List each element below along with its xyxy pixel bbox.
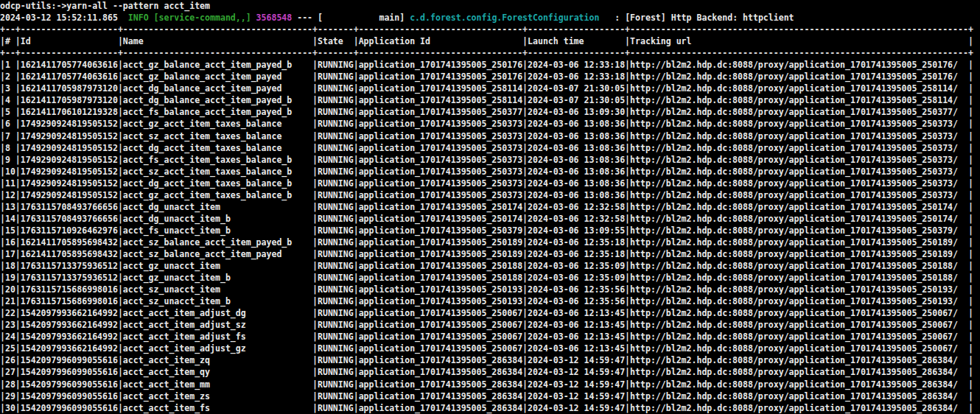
- log-segment-default: : [Forest] Http Backend: httpclient: [599, 13, 794, 23]
- table-row: |26|1542097996099055616|acct_acct_item_z…: [0, 354, 980, 366]
- table-row: |27|1542097996099055616|acct_acct_item_q…: [0, 366, 980, 378]
- command-text: odcp-utils:->yarn-all --pattern acct_ite…: [0, 1, 210, 11]
- log-segment-magenta: 3568548: [256, 13, 293, 23]
- table-row: |5 |1621411706101219328|acct_fs_balance_…: [0, 106, 980, 118]
- table-row: |19|1763115713375936512|acct_gz_unacct_i…: [0, 272, 980, 284]
- terminal-window[interactable]: odcp-utils:->yarn-all --pattern acct_ite…: [0, 0, 980, 414]
- table-row: |16|1621411705895698432|acct_sz_balance_…: [0, 236, 980, 248]
- table-row: |20|1763115715686998016|acct_sz_unacct_i…: [0, 284, 980, 295]
- table-row: |25|1542097993662164992|acct_acct_item_a…: [0, 343, 980, 354]
- table-row: |23|1542097993662164992|acct_acct_item_a…: [0, 319, 980, 331]
- table-row: |17|1621411705895698432|acct_sz_balance_…: [0, 248, 980, 260]
- table-row: |8 |1749290924819505152|acct_dg_acct_ite…: [0, 142, 980, 154]
- table-row: |6 |1749290924819505152|acct_gz_acct_ite…: [0, 118, 980, 130]
- table-row: |3 |1621411705987973120|acct_dg_balance_…: [0, 83, 980, 94]
- table-row: |13|1763115708493766656|acct_dg_unacct_i…: [0, 201, 980, 213]
- table-row: |10|1749290924819505152|acct_sz_acct_ite…: [0, 166, 980, 178]
- log-segment-default: 2024-03-12 15:52:11.865: [0, 13, 128, 23]
- table-row: |22|1542097993662164992|acct_acct_item_a…: [0, 307, 980, 319]
- table-row: |18|1763115713375936512|acct_gz_unacct_i…: [0, 260, 980, 272]
- table-header-row: |# |Id |Name |State |Application Id |Lau…: [0, 35, 980, 47]
- table-row: |14|1763115708493766656|acct_dg_unacct_i…: [0, 213, 980, 225]
- log-segment-cyan: c.d.forest.config.ForestConfiguration: [410, 13, 599, 23]
- table-row: |29|1542097996099055616|acct_acct_item_z…: [0, 390, 980, 402]
- command-line: odcp-utils:->yarn-all --pattern acct_ite…: [0, 0, 980, 12]
- table-row: |11|1749290924819505152|acct_dg_acct_ite…: [0, 178, 980, 189]
- table-row: |2 |1621411705774063616|acct_gz_balance_…: [0, 71, 980, 83]
- yarn-applications-table: +--+-------------------+----------------…: [0, 24, 980, 414]
- table-row: |7 |1749290924819505152|acct_sz_acct_ite…: [0, 130, 980, 142]
- table-border: +--+-------------------+----------------…: [0, 47, 980, 59]
- table-border: +--+-------------------+----------------…: [0, 24, 980, 35]
- table-row: |4 |1621411705987973120|acct_dg_balance_…: [0, 94, 980, 106]
- log-line: 2024-03-12 15:52:11.865 INFO [service-co…: [0, 12, 980, 24]
- table-row: |28|1542097996099055616|acct_acct_item_m…: [0, 379, 980, 390]
- table-row: |1 |1621411705774063616|acct_gz_balance_…: [0, 59, 980, 71]
- table-row: |15|1763115710926462976|acct_fs_unacct_i…: [0, 225, 980, 236]
- log-segment-green: INFO [service-command,,]: [128, 13, 251, 23]
- table-row: |30|1542097996099055616|acct_acct_item_f…: [0, 402, 980, 414]
- log-segment-default: --- [ main]: [292, 13, 410, 23]
- table-row: |24|1542097993662164992|acct_acct_item_a…: [0, 331, 980, 343]
- table-row: |9 |1749290924819505152|acct_fs_acct_ite…: [0, 154, 980, 166]
- log-segment-default: [251, 13, 256, 23]
- table-row: |21|1763115715686998016|acct_sz_unacct_i…: [0, 295, 980, 307]
- table-row: |12|1749290924819505152|acct_gz_acct_ite…: [0, 189, 980, 201]
